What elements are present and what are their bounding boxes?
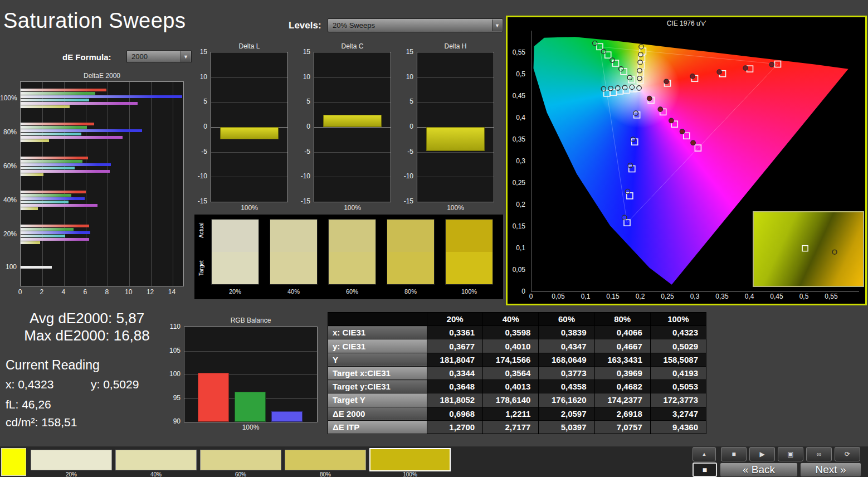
cie-ytick: 0,1 (516, 244, 525, 252)
table-row: x: CIE310,33610,35980,38390,40660,4323 (328, 326, 706, 339)
meter-button[interactable]: ▣ (778, 447, 803, 461)
eject-button[interactable]: ▲ (693, 447, 716, 461)
deltae-xtick: 4 (58, 288, 69, 296)
bottom-swatch-active[interactable] (369, 448, 451, 471)
cie-xtick: 0,3 (685, 293, 704, 300)
delta-c-ylabels: 151050-5-10-15 (295, 52, 313, 202)
stop-icon: ■ (703, 465, 707, 474)
table-row: ΔE ITP1,27002,71775,03977,07579,4360 (328, 420, 706, 434)
delta-l-title: Delta L (211, 42, 288, 50)
next-button[interactable]: Next » (800, 463, 861, 477)
cie-xtick: 0,15 (603, 293, 622, 300)
delta-l-panel (211, 52, 288, 202)
deltae-bar (21, 157, 88, 159)
cie-measured-circle (690, 74, 695, 79)
delta-h-gridline (417, 102, 494, 103)
deltae-bar (21, 92, 95, 95)
de-formula-dropdown[interactable]: 2000 ▼ (126, 50, 192, 63)
delta-l-gridline (211, 152, 287, 153)
delta-h-bar (426, 127, 484, 151)
deltae-xtick: 0 (14, 288, 26, 296)
delta-l-ytick: 15 (200, 48, 207, 56)
transport-cluster: ▲ ■▶▣∞⟳ ■ « Back Next » (693, 446, 868, 477)
cie-ytick: 0,15 (513, 222, 525, 230)
delta-c-gridline (314, 102, 391, 103)
stop-small-button[interactable]: ■ (721, 447, 747, 461)
delta-l-ytick: -5 (201, 148, 207, 155)
deltae-gridline (42, 82, 43, 286)
table-cell: 0,4358 (539, 380, 594, 393)
bottom-swatch-label: 60% (200, 471, 281, 477)
blue-bar (271, 411, 303, 422)
cie-measured-circle (664, 79, 669, 84)
bottom-swatch[interactable] (31, 450, 112, 470)
delta-l-gridline (211, 177, 287, 177)
table-header-row: 20%40%60%80%100% (328, 313, 706, 326)
deltae-bar (21, 173, 43, 176)
table-cell: 0,4010 (483, 339, 539, 353)
delta-c-gridline (314, 177, 391, 177)
deltae-gridline (64, 82, 65, 286)
reading-x: x: 0,4323 (6, 378, 53, 391)
deltae-xtick: 6 (80, 288, 91, 296)
deltae-bar (21, 105, 70, 108)
cie-measured-circle (592, 41, 597, 45)
cie-measured-circle (637, 69, 642, 73)
bottom-swatch-label: 40% (115, 471, 197, 477)
loop-button[interactable]: ⟳ (835, 447, 860, 461)
deltae-ytick: 40% (0, 196, 17, 204)
table-row-label: ΔE ITP (328, 420, 427, 434)
cie-ytick: 0,05 (513, 266, 525, 274)
bottom-swatch[interactable] (285, 450, 366, 470)
cie-measured-circle (608, 86, 613, 91)
cie-xtick: 0,2 (631, 293, 650, 300)
delta-c-ytick: 5 (306, 98, 310, 105)
stop-button[interactable]: ■ (693, 463, 717, 477)
swatch-strip: ActualTarget20%40%60%80%100% (194, 215, 503, 299)
actual-swatch (329, 220, 376, 252)
deltae-gridline (108, 82, 108, 286)
deltae-bar (21, 89, 106, 91)
cie-xtick: 0,05 (549, 293, 568, 300)
cie-xtick: 0,5 (794, 293, 813, 300)
delta-h-xlabel: 100% (417, 204, 494, 212)
back-button[interactable]: « Back (720, 463, 798, 477)
levels-dropdown[interactable]: 20% Sweeps ▼ (328, 18, 503, 32)
delta-l-ytick: -15 (198, 197, 207, 205)
table-row: Target x:CIE310,33440,35640,37730,39690,… (328, 366, 706, 379)
table-cell: 0,4066 (594, 326, 650, 339)
continuous-button[interactable]: ∞ (806, 447, 832, 461)
delta-c-ytick: 0 (306, 123, 310, 130)
table-cell: 3,2747 (650, 407, 706, 420)
actual-swatch (270, 220, 317, 252)
cie-measured-circle (637, 76, 642, 81)
cie-measured-circle (616, 86, 620, 90)
deltae-ytick: 100% (0, 94, 17, 102)
delta-c-gridline (314, 77, 391, 78)
table-row: y: CIE310,36770,40100,43470,46670,5029 (328, 339, 706, 353)
delta-h-gridline (417, 152, 494, 153)
avg-de2000: Avg dE2000: 5,87 (0, 310, 174, 327)
deltae-bar (21, 139, 49, 142)
deltae-bar (21, 160, 82, 163)
green-bar (235, 392, 266, 422)
bottom-swatch[interactable] (115, 450, 197, 470)
delta-h-ytick: -15 (404, 197, 413, 205)
deltae-bar (21, 241, 40, 244)
actual-swatch (387, 220, 434, 252)
chevron-down-icon: ▼ (181, 51, 191, 62)
table-row-label: Y (328, 353, 427, 366)
deltae-bar (21, 201, 69, 203)
cie-measured-circle (638, 60, 642, 65)
delta-c-ytick: -15 (301, 197, 310, 205)
play-button[interactable]: ▶ (749, 447, 775, 461)
table-row: Target Y181,8052178,6140176,1620174,2377… (328, 393, 706, 407)
bottom-swatch[interactable] (200, 450, 281, 470)
deltae-xtick: 10 (123, 288, 134, 296)
rgb-ylabels: 1101051009590 (164, 327, 183, 422)
cie-measured-circle (610, 58, 615, 62)
table-cell: 2,7177 (483, 420, 539, 434)
deltae-xtick: 14 (167, 288, 178, 296)
deltae-ytick: 100 (0, 263, 17, 271)
delta-h-title: Delta H (417, 42, 494, 50)
